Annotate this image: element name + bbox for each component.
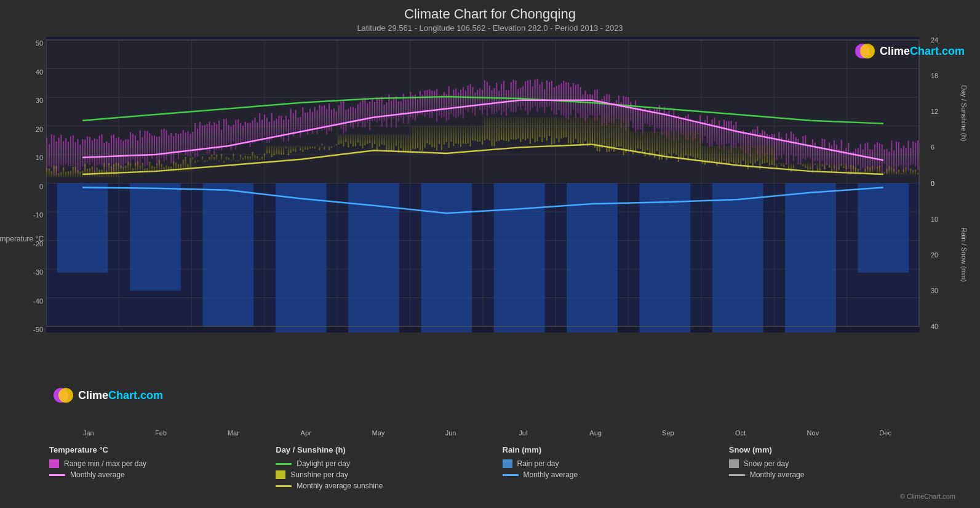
legend-column: Temperature °CRange min / max per dayMon… xyxy=(49,445,276,490)
legend-item: Snow per day xyxy=(729,459,955,468)
x-tick-aug: Aug xyxy=(559,429,632,437)
x-tick-mar: Mar xyxy=(197,429,270,437)
legend-column-title: Snow (mm) xyxy=(729,445,955,454)
chart-title: Climate Chart for Chongqing xyxy=(12,6,968,22)
legend-item: Monthly average xyxy=(729,470,955,479)
legend-column: Rain (mm)Rain per dayMonthly average xyxy=(503,445,729,490)
legend-item: Monthly average xyxy=(49,470,276,479)
x-tick-jun: Jun xyxy=(415,429,487,437)
legend-column-title: Day / Sunshine (h) xyxy=(276,445,502,454)
logo-bottom-left: ClimeChart.com xyxy=(52,384,163,406)
y-axis-left-label: Temperature °C xyxy=(0,235,44,243)
legend-column-title: Temperature °C xyxy=(49,445,276,454)
x-tick-jan: Jan xyxy=(52,429,125,437)
svg-point-1 xyxy=(860,44,875,58)
legend-column: Snow (mm)Snow per dayMonthly average xyxy=(729,445,955,490)
x-tick-apr: Apr xyxy=(269,429,342,437)
legend-section: Temperature °CRange min / max per dayMon… xyxy=(12,440,968,493)
x-tick-may: May xyxy=(342,429,415,437)
x-axis: JanFebMarAprMayJunJulAugSepOctNovDec xyxy=(46,425,928,440)
logo-text-bottom: ClimeChart.com xyxy=(78,389,163,402)
x-tick-jul: Jul xyxy=(487,429,560,437)
svg-point-3 xyxy=(58,388,73,403)
chart-subtitle: Latitude 29.561 - Longitude 106.562 - El… xyxy=(12,23,968,33)
x-tick-sep: Sep xyxy=(632,429,704,437)
legend-item: Monthly average sunshine xyxy=(276,482,502,490)
legend-item: Monthly average xyxy=(503,470,729,479)
legend-item: Sunshine per day xyxy=(276,470,502,479)
logo-top-right: ClimeChart.com xyxy=(854,40,965,62)
x-tick-oct: Oct xyxy=(704,429,777,437)
legend-item: Daylight per day xyxy=(276,459,502,468)
legend-column: Day / Sunshine (h)Daylight per daySunshi… xyxy=(276,445,502,490)
copyright: © ClimeChart.com xyxy=(12,493,968,502)
logo-text-top: ClimeChart.com xyxy=(880,45,965,58)
x-tick-dec: Dec xyxy=(849,429,922,437)
x-tick-feb: Feb xyxy=(125,429,197,437)
legend-column-title: Rain (mm) xyxy=(503,445,729,454)
legend-item: Range min / max per day xyxy=(49,459,276,468)
legend-item: Rain per day xyxy=(503,459,729,468)
x-tick-nov: Nov xyxy=(777,429,850,437)
